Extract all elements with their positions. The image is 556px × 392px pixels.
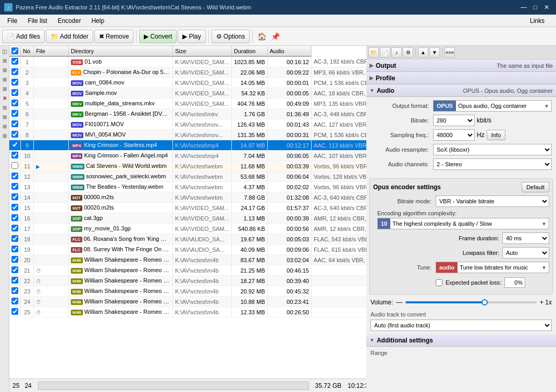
- info-button[interactable]: Info: [487, 130, 505, 140]
- row-checkbox-cell[interactable]: [9, 265, 21, 276]
- row-checkbox-cell[interactable]: [9, 224, 21, 234]
- rp-more-btn[interactable]: »»»: [444, 47, 455, 58]
- packet-loss-checkbox[interactable]: [436, 279, 442, 286]
- output-format-select[interactable]: OPUS Opus audio, Ogg container ▼: [433, 100, 552, 112]
- menu-help[interactable]: Help: [86, 16, 109, 26]
- horizontal-scrollbar[interactable]: [38, 382, 309, 390]
- lowpass-select[interactable]: Auto: [502, 247, 549, 259]
- links-button[interactable]: Links: [525, 16, 550, 26]
- resampler-select[interactable]: SoX (libsoxr): [433, 144, 552, 155]
- profile-section-header[interactable]: ▶ Profile: [366, 72, 556, 84]
- row-checkbox-cell[interactable]: [9, 192, 21, 203]
- row-checkbox[interactable]: [11, 68, 18, 75]
- packet-loss-input[interactable]: [504, 277, 525, 288]
- add-files-button[interactable]: 📄 Add files: [2, 30, 45, 43]
- table-container[interactable]: No File Directory Size Duration Audio 1 …: [9, 46, 375, 378]
- table-row[interactable]: 9 MP4King Crimson - Starless.mp4 K:\AV\v…: [9, 140, 375, 151]
- table-row[interactable]: 10 MP4King Crimson - Fallen Angel.mp4 K:…: [9, 151, 375, 161]
- sidebar-icon-10[interactable]: ⊞: [1, 131, 9, 140]
- table-row[interactable]: 19 FLC08. Surrey With The Fringe On Top.…: [9, 244, 375, 255]
- th-check[interactable]: [9, 46, 21, 56]
- audio-section-header[interactable]: ▼ Audio OPUS - Opus audio, Ogg container: [366, 84, 556, 97]
- sidebar-icon-7[interactable]: ⊞: [1, 103, 9, 112]
- sampling-select[interactable]: 48000: [433, 129, 475, 141]
- row-checkbox[interactable]: [11, 141, 18, 148]
- th-no[interactable]: No: [21, 46, 34, 56]
- maximize-button[interactable]: □: [530, 2, 540, 13]
- table-row[interactable]: 7 MOVFI010071.MOV K:\AV\vctest\mov... 12…: [9, 119, 375, 130]
- row-checkbox[interactable]: [11, 204, 18, 211]
- table-row[interactable]: 20 M4BWilliam Shakespeare - Romeo and Ju…: [9, 255, 375, 265]
- row-checkbox[interactable]: [11, 193, 18, 200]
- row-checkbox[interactable]: [11, 152, 18, 158]
- row-checkbox[interactable]: [11, 287, 18, 294]
- tune-select[interactable]: audio Tune low bitrates for music ▼: [436, 262, 549, 273]
- row-checkbox[interactable]: [11, 110, 18, 117]
- volume-slider[interactable]: [405, 301, 537, 303]
- row-checkbox[interactable]: [11, 89, 18, 96]
- bitrate-select[interactable]: 280: [433, 115, 475, 126]
- row-checkbox[interactable]: [11, 79, 18, 85]
- row-checkbox-cell[interactable]: [9, 244, 21, 255]
- row-checkbox-cell[interactable]: [9, 151, 21, 161]
- sidebar-icon-5[interactable]: ⊞: [1, 84, 9, 93]
- table-row[interactable]: 12 WBMsosnowiec_park_sielecki.webm K:\AV…: [9, 172, 375, 182]
- rp-folder-btn[interactable]: 📁: [368, 47, 379, 58]
- row-checkbox[interactable]: [11, 100, 18, 106]
- row-checkbox-cell[interactable]: [9, 109, 21, 119]
- th-size[interactable]: Size: [172, 46, 231, 56]
- row-checkbox[interactable]: [11, 298, 18, 304]
- row-checkbox[interactable]: [11, 277, 18, 284]
- sidebar-icon-6[interactable]: ✖: [1, 94, 9, 102]
- table-row[interactable]: 3 MOVcam_0084.mov K:\AV\VIDEO_SAM... 14.…: [9, 78, 375, 88]
- table-row[interactable]: 15 M2T00020.m2ts K:\AV\VIDEO_SAM... 24.1…: [9, 203, 375, 213]
- menu-filelist[interactable]: File list: [22, 16, 52, 26]
- th-audio[interactable]: Audio: [267, 46, 311, 56]
- table-row[interactable]: 21 ⏱ M4BWilliam Shakespeare - Romeo and …: [9, 265, 375, 276]
- remove-button[interactable]: ✖ Remove: [94, 30, 134, 43]
- minimize-button[interactable]: —: [518, 2, 529, 13]
- row-checkbox-cell[interactable]: [9, 203, 21, 213]
- additional-section-header[interactable]: ▼ Additional settings: [366, 334, 556, 347]
- home-button[interactable]: 🏠: [255, 30, 268, 43]
- row-checkbox-cell[interactable]: [9, 161, 21, 172]
- row-checkbox-cell[interactable]: [9, 213, 21, 224]
- row-checkbox-cell[interactable]: [9, 99, 21, 109]
- sidebar-icon-8[interactable]: ⊞: [1, 113, 9, 121]
- row-checkbox-cell[interactable]: [9, 140, 21, 151]
- row-checkbox[interactable]: [11, 256, 18, 263]
- row-checkbox-cell[interactable]: [9, 88, 21, 99]
- convert-button[interactable]: ▶ Convert: [139, 30, 177, 43]
- row-checkbox[interactable]: [11, 225, 18, 231]
- row-checkbox[interactable]: [11, 235, 18, 242]
- check-all[interactable]: [11, 47, 18, 54]
- audio-track-select[interactable]: Auto (first audio track): [370, 320, 552, 331]
- table-row[interactable]: 17 3GPmy_movie_01.3gp K:\AV\VIDEO_SAM...…: [9, 224, 375, 234]
- sidebar-icon-3[interactable]: ⊞: [1, 66, 9, 74]
- sidebar-icon-9[interactable]: ⊞: [1, 122, 9, 130]
- table-row[interactable]: 8 MOVMVI_0054.MOV K:\AV\vctest\mov... 13…: [9, 130, 375, 140]
- row-checkbox[interactable]: [11, 183, 18, 190]
- row-checkbox[interactable]: [11, 162, 18, 169]
- row-checkbox[interactable]: [11, 173, 18, 179]
- output-section-header[interactable]: ▶ Output The same as input file: [366, 59, 556, 72]
- table-row[interactable]: 6 MKVBergman - 1958 - Ansiktet [DVD x264…: [9, 109, 375, 119]
- table-row[interactable]: 25 ⏱ M4BWilliam Shakespeare - Romeo and …: [9, 307, 375, 317]
- menu-encoder[interactable]: Encoder: [53, 16, 87, 26]
- row-checkbox-cell[interactable]: [9, 297, 21, 307]
- row-checkbox-cell[interactable]: [9, 276, 21, 286]
- table-row[interactable]: 4 MOVSample.mov K:\AV\VIDEO_SAM... 54.32…: [9, 88, 375, 99]
- th-duration[interactable]: Duration: [231, 46, 267, 56]
- row-checkbox-cell[interactable]: [9, 67, 21, 78]
- rp-down-btn[interactable]: ▼: [429, 47, 440, 58]
- sidebar-icon-2[interactable]: ⊞: [1, 56, 9, 65]
- table-row[interactable]: 14 M2T00000.m2ts K:\AV\vctest\webm 7.88 …: [9, 192, 375, 203]
- frame-select[interactable]: 40 ms: [502, 232, 549, 244]
- row-checkbox[interactable]: [11, 131, 18, 138]
- table-row[interactable]: 2 FLVChopin - Polonaise As-Dur op 53 'He…: [9, 67, 375, 78]
- rp-up-btn[interactable]: ▲: [418, 47, 428, 58]
- table-row[interactable]: 1 VOB01.vob K:\AV\VIDEO_SAM... 1023.85 M…: [9, 56, 375, 67]
- rp-music-btn[interactable]: ♪: [391, 47, 402, 58]
- volume-thumb[interactable]: [481, 299, 488, 305]
- row-checkbox[interactable]: [11, 266, 18, 273]
